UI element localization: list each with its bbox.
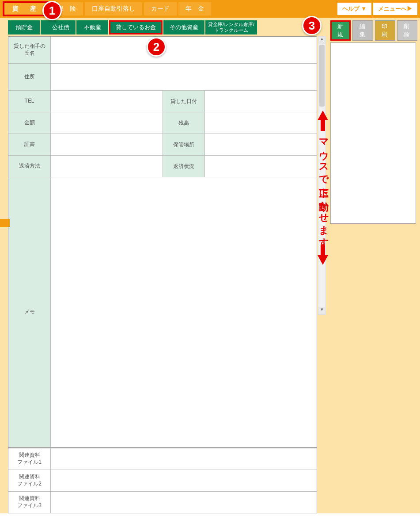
field-address[interactable] [51,64,317,90]
menu-button[interactable]: メニューへ▶ [373,3,417,15]
callout-3: 3 [302,16,322,35]
label-repay-status: 返済状況 [163,156,205,177]
scroll-up-icon[interactable]: ▲ [318,37,325,44]
record-list-panel[interactable] [330,42,416,224]
field-file1[interactable] [51,448,317,470]
sub-tabs: 預貯金 公社債 不動産 貸しているお金 その他資産 貸金庫/レンタル倉庫/ トラ… [3,20,328,34]
action-row: 新 規 編 集 印 刷 削 除 [330,20,417,41]
field-repay-method[interactable] [51,156,163,177]
label-tel: TEL [8,91,51,112]
field-memo[interactable] [51,177,317,447]
scroll-thumb[interactable] [319,45,325,107]
label-file2: 関連資料 ファイル2 [8,470,51,491]
subtab-savings[interactable]: 預貯金 [8,20,40,34]
field-balance[interactable] [205,112,317,134]
callout-1: 1 [42,1,62,20]
field-repay-status[interactable] [205,156,317,177]
field-lent-date[interactable] [205,91,317,112]
arrow-up-icon [318,111,328,120]
label-memo: メモ [8,177,51,447]
label-file3: 関連資料 ファイル3 [8,492,51,513]
scroll-down-icon[interactable]: ▼ [318,307,325,314]
nav-assets[interactable]: 資 産 [3,1,49,16]
subtab-realestate[interactable]: 不動産 [76,20,108,34]
field-amount[interactable] [51,112,163,134]
label-storage: 保管場所 [163,134,205,155]
subtab-storage[interactable]: 貸金庫/レンタル倉庫/ トランクルーム [205,20,257,34]
nav-auto-debit[interactable]: 口座自動引落し [85,2,142,15]
subtab-bonds[interactable]: 公社債 [41,20,76,34]
content-band: 預貯金 公社債 不動産 貸しているお金 その他資産 貸金庫/レンタル倉庫/ トラ… [0,18,420,513]
print-button[interactable]: 印 刷 [375,20,395,41]
label-balance: 残高 [163,112,205,134]
top-nav: 資 産 保 険 口座自動引落し カード 年 金 ヘルプ ▼ メニューへ▶ [0,0,420,18]
new-button[interactable]: 新 規 [330,20,351,41]
form-panel: 貸した相手の 氏名 住所 TEL 貸した日付 金額 残高 [8,36,317,513]
delete-button[interactable]: 削 除 [397,20,417,41]
field-storage[interactable] [205,134,317,155]
label-amount: 金額 [8,112,51,134]
label-repay-method: 返済方法 [8,156,51,177]
right-area: 新 規 編 集 印 刷 削 除 [328,20,417,224]
callout-2: 2 [147,37,166,57]
nav-pension[interactable]: 年 金 [178,2,211,15]
label-lent-date: 貸した日付 [163,91,205,112]
help-button[interactable]: ヘルプ ▼ [337,3,371,15]
subtab-lent-money[interactable]: 貸しているお金 [109,20,163,34]
field-file3[interactable] [51,492,317,513]
field-lender-name[interactable] [51,37,317,63]
arrow-shaft [321,119,325,131]
field-tel[interactable] [51,91,163,112]
edit-button[interactable]: 編 集 [352,20,373,41]
scroll-hint-text: マウスで上下に動かせます [317,133,330,243]
label-file1: 関連資料 ファイル1 [8,448,51,470]
field-cert[interactable] [51,134,163,155]
scroll-hint-overlay: マウスで上下に動かせます [317,111,329,265]
arrow-down-icon [318,255,328,265]
subtab-other-assets[interactable]: その他資産 [163,20,204,34]
band-edge [0,219,10,227]
nav-card[interactable]: カード [144,2,177,15]
label-lender-name: 貸した相手の 氏名 [8,37,51,63]
label-address: 住所 [8,64,51,90]
left-area: 預貯金 公社債 不動産 貸しているお金 その他資産 貸金庫/レンタル倉庫/ トラ… [3,20,328,513]
field-file2[interactable] [51,470,317,491]
arrow-shaft [321,245,325,256]
label-cert: 証書 [8,134,51,155]
